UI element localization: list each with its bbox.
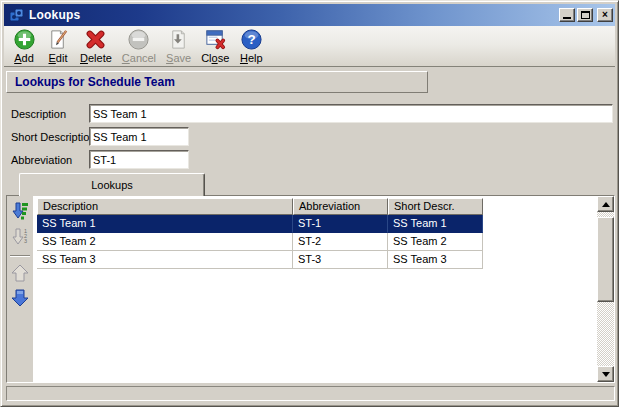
grid-toolbar-gutter: 1 2 3 — [7, 196, 35, 382]
delete-icon — [84, 28, 107, 51]
gutter-divider — [10, 255, 30, 257]
table-row[interactable]: SS Team 2 ST-2 SS Team 2 — [37, 233, 597, 251]
edit-button[interactable]: Edit — [41, 27, 75, 64]
minimize-button[interactable] — [559, 8, 575, 22]
table-row[interactable]: SS Team 1 ST-1 SS Team 1 — [37, 215, 597, 233]
scroll-up-icon — [602, 202, 610, 207]
status-bar — [6, 386, 615, 401]
window-title: Lookups — [29, 8, 80, 22]
lookups-grid-panel: 1 2 3 — [6, 195, 615, 383]
svg-text:?: ? — [247, 32, 255, 47]
minimize-icon — [563, 12, 571, 19]
cancel-label: Cancel — [122, 52, 156, 64]
save-label: Save — [166, 52, 191, 64]
close-window-button[interactable]: Close — [196, 27, 234, 64]
column-header-short-descr[interactable]: Short Descr. — [388, 198, 483, 215]
lookups-window: Lookups × Add — [0, 0, 619, 407]
delete-button[interactable]: Delete — [75, 27, 117, 64]
maximize-button[interactable] — [577, 8, 593, 22]
short-description-field[interactable] — [89, 127, 189, 146]
move-up-button — [9, 263, 31, 285]
section-header: Lookups for Schedule Team — [6, 71, 428, 93]
title-bar[interactable]: Lookups × — [4, 4, 615, 26]
numeric-sort-button: 1 2 3 — [9, 226, 31, 248]
description-label: Description — [11, 108, 91, 122]
add-label: Add — [14, 52, 34, 64]
save-icon — [167, 28, 190, 51]
lookups-table: Description Abbreviation Short Descr. SS… — [37, 196, 597, 382]
cell-description[interactable]: SS Team 2 — [37, 233, 293, 251]
sort-rows-icon — [10, 209, 30, 224]
help-icon: ? — [240, 28, 263, 51]
close-button[interactable]: × — [597, 8, 613, 22]
cell-short-descr[interactable]: SS Team 2 — [388, 233, 483, 251]
close-window-icon — [204, 28, 227, 51]
save-button: Save — [161, 27, 196, 64]
column-header-abbreviation[interactable]: Abbreviation — [293, 198, 388, 215]
close-icon: × — [602, 10, 608, 20]
description-field[interactable] — [89, 104, 613, 123]
scroll-down-button[interactable] — [597, 366, 614, 382]
cell-description[interactable]: SS Team 3 — [37, 251, 293, 269]
abbreviation-field[interactable] — [89, 150, 189, 169]
cancel-icon — [127, 28, 150, 51]
lookups-app-icon — [8, 7, 25, 24]
cancel-button: Cancel — [117, 27, 161, 64]
short-description-label: Short Description — [11, 131, 97, 145]
add-icon — [13, 28, 36, 51]
cell-abbreviation[interactable]: ST-2 — [293, 233, 388, 251]
move-up-icon — [10, 271, 30, 286]
move-down-button[interactable] — [9, 288, 31, 310]
help-button[interactable]: ? Help — [234, 27, 268, 64]
scroll-down-icon — [602, 372, 610, 377]
numeric-sort-icon: 1 2 3 — [10, 234, 30, 249]
cell-abbreviation[interactable]: ST-3 — [293, 251, 388, 269]
tab-lookups-label: Lookups — [91, 179, 133, 191]
maximize-icon — [581, 11, 590, 19]
cell-abbreviation[interactable]: ST-1 — [293, 215, 388, 233]
toolbar: Add Edit — [4, 26, 615, 67]
table-header-row: Description Abbreviation Short Descr. — [37, 198, 597, 215]
tab-lookups[interactable]: Lookups — [19, 173, 205, 196]
column-header-description[interactable]: Description — [37, 198, 293, 215]
vertical-scrollbar[interactable] — [597, 196, 614, 382]
cell-short-descr[interactable]: SS Team 1 — [388, 215, 483, 233]
delete-label: Delete — [80, 52, 112, 64]
scroll-up-button[interactable] — [597, 196, 614, 212]
help-label: Help — [240, 52, 263, 64]
cell-description[interactable]: SS Team 1 — [37, 215, 293, 233]
scrollbar-thumb[interactable] — [597, 217, 614, 302]
edit-icon — [47, 28, 70, 51]
svg-text:3: 3 — [24, 238, 27, 244]
add-button[interactable]: Add — [7, 27, 41, 64]
move-down-icon — [10, 296, 30, 311]
sort-rows-button[interactable] — [9, 201, 31, 223]
table-row[interactable]: SS Team 3 ST-3 SS Team 3 — [37, 251, 597, 269]
edit-label: Edit — [49, 52, 68, 64]
cell-short-descr[interactable]: SS Team 3 — [388, 251, 483, 269]
section-header-title: Lookups for Schedule Team — [15, 75, 175, 89]
close-window-label: Close — [201, 52, 229, 64]
abbreviation-label: Abbreviation — [11, 154, 91, 168]
